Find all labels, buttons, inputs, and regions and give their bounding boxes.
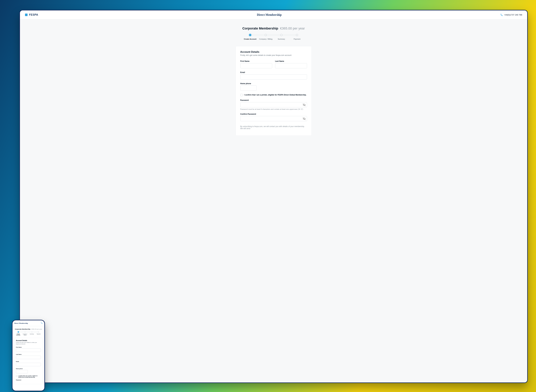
step-dot-icon bbox=[265, 34, 267, 36]
eye-off-icon[interactable] bbox=[303, 117, 305, 120]
plan-name: Corporate Membership bbox=[242, 27, 278, 30]
mobile-last-name-label: Last Name bbox=[16, 354, 41, 355]
step-dot-icon bbox=[296, 34, 298, 36]
brand-logo[interactable]: FESPA bbox=[25, 13, 38, 16]
mobile-section-title: Account Details bbox=[16, 340, 41, 341]
plan-price: €365.00 per year bbox=[280, 27, 305, 30]
confirm-password-input[interactable] bbox=[240, 116, 307, 121]
app-body: Corporate Membership €365.00 per year Cr… bbox=[20, 19, 527, 383]
eligibility-check-row: I confirm that I am a printer, eligible … bbox=[240, 94, 307, 96]
step-create-account[interactable]: Create Account bbox=[242, 34, 258, 40]
first-name-label: First Name bbox=[240, 60, 272, 62]
brand-logo-text: FESPA bbox=[29, 13, 38, 16]
first-name-field-group: First Name bbox=[240, 60, 272, 68]
last-name-field-group: Last Name bbox=[275, 60, 307, 68]
mobile-device-mock: Direct Membership Corporate Membership €… bbox=[12, 320, 45, 391]
brand-logo-icon bbox=[25, 14, 28, 16]
step-dot-icon bbox=[18, 331, 19, 333]
eye-off-icon[interactable] bbox=[303, 103, 305, 106]
step-dot-icon bbox=[280, 34, 282, 36]
mobile-body: Corporate Membership €365.00 per year Cr… bbox=[13, 326, 44, 391]
mobile-header: Direct Membership bbox=[13, 320, 44, 326]
step-dot-icon bbox=[249, 34, 251, 36]
mobile-email-input[interactable] bbox=[16, 363, 41, 366]
section-title: Account Details bbox=[240, 51, 307, 53]
home-phone-input[interactable] bbox=[240, 85, 257, 91]
section-subtitle: Firstly, let's get some details to creat… bbox=[240, 54, 307, 56]
plan-heading: Corporate Membership €365.00 per year bbox=[26, 27, 521, 30]
first-name-input[interactable] bbox=[240, 63, 272, 68]
desktop-browser-window: FESPA Direct Membership +44(0)1737 240 7… bbox=[19, 10, 528, 383]
progress-stepper: Create Account Company / Billing Summary… bbox=[242, 34, 305, 40]
mobile-account-details-card: Account Details Firstly, let's get some … bbox=[14, 338, 43, 384]
email-label: Email bbox=[240, 71, 307, 73]
header-phone-number: +44(0)1737 240 788 bbox=[504, 14, 522, 16]
password-input[interactable] bbox=[240, 102, 307, 107]
mobile-eligibility-checkbox[interactable] bbox=[16, 375, 17, 377]
mobile-home-phone-input[interactable] bbox=[16, 370, 28, 373]
confirm-password-field-group: Confirm Password bbox=[240, 113, 307, 121]
eligibility-label: I confirm that I am a printer, eligible … bbox=[244, 94, 307, 96]
mobile-first-name-input[interactable] bbox=[16, 349, 41, 352]
mobile-section-subtitle: Firstly, let's get some details to creat… bbox=[16, 342, 41, 345]
step-dot-icon bbox=[24, 331, 26, 333]
app-header: FESPA Direct Membership +44(0)1737 240 7… bbox=[20, 10, 527, 19]
step-dot-icon bbox=[31, 331, 32, 333]
phone-icon bbox=[500, 14, 503, 16]
mobile-progress-stepper: Create Account Company / Billing Summary… bbox=[15, 331, 42, 336]
last-name-input[interactable] bbox=[275, 63, 307, 68]
subscription-note: By subscribing to fespa.com, we will con… bbox=[240, 125, 307, 130]
mobile-first-name-label: First Name bbox=[16, 347, 41, 348]
home-phone-field-group: Home phone bbox=[240, 83, 307, 91]
account-details-card: Account Details Firstly, let's get some … bbox=[236, 46, 312, 136]
mobile-password-label: Password bbox=[16, 379, 41, 381]
page-title: Direct Membership bbox=[257, 13, 282, 17]
password-field-group: Password Password must be at least 8 cha… bbox=[240, 99, 307, 110]
last-name-label: Last Name bbox=[275, 60, 307, 62]
confirm-password-label: Confirm Password bbox=[240, 113, 307, 115]
mobile-plan-heading: Corporate Membership €365.00 per year bbox=[14, 328, 43, 330]
mobile-email-label: Email bbox=[16, 361, 41, 362]
mobile-last-name-input[interactable] bbox=[16, 356, 41, 359]
mobile-eligibility-label: I confirm that I am a printer, eligible … bbox=[18, 375, 41, 378]
eligibility-checkbox[interactable] bbox=[240, 94, 243, 96]
mobile-page-title: Direct Membership bbox=[14, 322, 28, 324]
phone-icon bbox=[41, 322, 43, 324]
mobile-phone-button[interactable] bbox=[41, 322, 43, 325]
mobile-home-phone-label: Home phone bbox=[16, 368, 41, 369]
home-phone-label: Home phone bbox=[240, 83, 307, 85]
password-hint: Password must be at least 8 characters a… bbox=[240, 108, 307, 110]
mobile-step-create-account[interactable]: Create Account bbox=[15, 331, 22, 336]
email-input[interactable] bbox=[240, 74, 307, 79]
header-phone[interactable]: +44(0)1737 240 788 bbox=[500, 14, 522, 16]
password-label: Password bbox=[240, 99, 307, 101]
email-field-group: Email bbox=[240, 71, 307, 79]
step-dot-icon bbox=[38, 331, 39, 333]
